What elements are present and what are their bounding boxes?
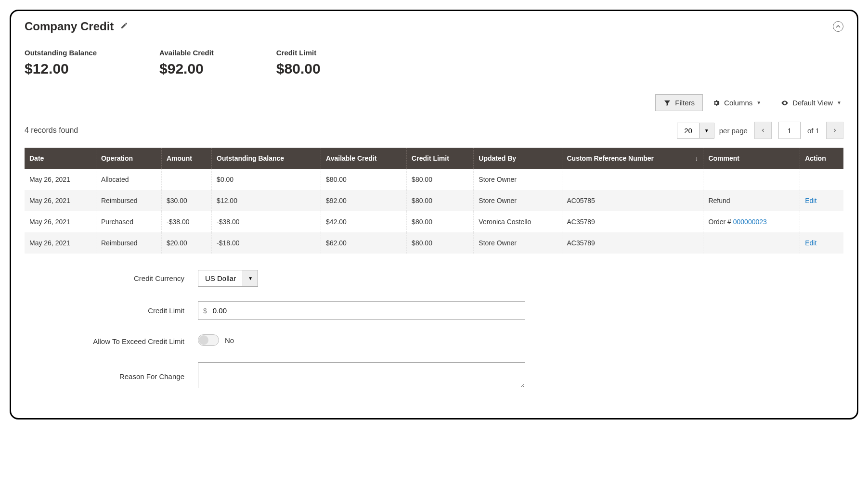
cell-date: May 26, 2021 xyxy=(25,232,96,254)
cell-action-link[interactable]: Edit xyxy=(805,239,816,247)
table-row: May 26, 2021Allocated$0.00$80.00$80.00St… xyxy=(25,169,843,190)
panel-header: Company Credit xyxy=(25,20,843,33)
cell-date: May 26, 2021 xyxy=(25,211,96,232)
table-header-row: Date Operation Amount Outstanding Balanc… xyxy=(25,148,843,169)
collapse-panel-button[interactable] xyxy=(833,21,843,32)
cell-date: May 26, 2021 xyxy=(25,169,96,190)
columns-label: Columns xyxy=(724,99,752,107)
summary-label: Credit Limit xyxy=(276,49,321,57)
form-row-allow-exceed: Allow To Exceed Credit Limit No xyxy=(25,334,843,348)
col-action[interactable]: Action xyxy=(800,148,843,169)
cell-outstanding-balance: $0.00 xyxy=(212,169,321,190)
cell-available-credit: $42.00 xyxy=(321,211,407,232)
cell-comment xyxy=(703,232,800,254)
credit-currency-value: US Dollar xyxy=(198,270,243,286)
allow-exceed-toggle[interactable] xyxy=(198,334,219,346)
grid-toolbar: Filters Columns ▼ Default View ▼ xyxy=(25,94,843,111)
cell-updated-by: Store Owner xyxy=(474,232,562,254)
credit-settings-form: Credit Currency US Dollar ▼ Credit Limit… xyxy=(25,270,843,390)
table-row: May 26, 2021Reimbursed$20.00-$18.00$62.0… xyxy=(25,232,843,254)
credit-currency-select[interactable]: US Dollar ▼ xyxy=(198,270,258,287)
summary-label: Outstanding Balance xyxy=(25,49,97,57)
col-amount[interactable]: Amount xyxy=(161,148,211,169)
cell-available-credit: $92.00 xyxy=(321,190,407,211)
per-page-select[interactable]: 20 ▼ xyxy=(677,123,714,139)
table-row: May 26, 2021Purchased-$38.00-$38.00$42.0… xyxy=(25,211,843,232)
sort-down-icon: ↓ xyxy=(695,154,698,162)
col-operation[interactable]: Operation xyxy=(96,148,161,169)
cell-outstanding-balance: $12.00 xyxy=(212,190,321,211)
filters-label: Filters xyxy=(675,99,695,107)
allow-exceed-value: No xyxy=(225,336,234,344)
cell-custom-reference: AC05785 xyxy=(562,190,703,211)
cell-amount: $20.00 xyxy=(161,232,211,254)
records-bar: 4 records found 20 ▼ per page of 1 xyxy=(25,122,843,139)
cell-amount: -$38.00 xyxy=(161,211,211,232)
company-credit-panel: Company Credit Outstanding Balance $12.0… xyxy=(10,10,858,419)
cell-credit-limit: $80.00 xyxy=(407,211,474,232)
records-found-text: 4 records found xyxy=(25,126,78,135)
cell-custom-reference: AC35789 xyxy=(562,211,703,232)
cell-action xyxy=(800,211,843,232)
cell-amount xyxy=(161,169,211,190)
caret-down-icon: ▼ xyxy=(243,270,258,286)
allow-exceed-toggle-wrap: No xyxy=(198,334,234,346)
cell-action-link[interactable]: Edit xyxy=(805,197,816,204)
default-view-button[interactable]: Default View ▼ xyxy=(779,97,843,109)
summary-row: Outstanding Balance $12.00 Available Cre… xyxy=(25,49,843,77)
filters-button[interactable]: Filters xyxy=(655,94,703,111)
summary-value: $12.00 xyxy=(25,61,97,77)
allow-exceed-label: Allow To Exceed Credit Limit xyxy=(25,337,198,345)
caret-down-icon: ▼ xyxy=(837,100,842,105)
page-input[interactable] xyxy=(778,122,801,139)
col-credit-limit[interactable]: Credit Limit xyxy=(407,148,474,169)
cell-updated-by: Veronica Costello xyxy=(474,211,562,232)
columns-button[interactable]: Columns ▼ xyxy=(711,97,763,109)
col-updated-by[interactable]: Updated By xyxy=(474,148,562,169)
cell-credit-limit: $80.00 xyxy=(407,169,474,190)
credit-limit-label: Credit Limit xyxy=(25,306,198,315)
credit-history-table: Date Operation Amount Outstanding Balanc… xyxy=(25,148,843,254)
cell-comment xyxy=(703,169,800,190)
cell-outstanding-balance: -$18.00 xyxy=(212,232,321,254)
page-of-text: of 1 xyxy=(807,127,819,135)
col-date[interactable]: Date xyxy=(25,148,96,169)
summary-value: $80.00 xyxy=(276,61,321,77)
next-page-button[interactable] xyxy=(826,122,843,139)
cell-available-credit: $80.00 xyxy=(321,169,407,190)
chevron-left-icon xyxy=(760,127,766,133)
cell-action: Edit xyxy=(800,190,843,211)
col-comment[interactable]: Comment xyxy=(703,148,800,169)
cell-credit-limit: $80.00 xyxy=(407,232,474,254)
eye-icon xyxy=(781,99,789,107)
per-page-value: 20 xyxy=(677,123,699,138)
cell-action: Edit xyxy=(800,232,843,254)
credit-limit-input[interactable] xyxy=(211,302,520,319)
cell-amount: $30.00 xyxy=(161,190,211,211)
col-available-credit[interactable]: Available Credit xyxy=(321,148,407,169)
edit-title-button[interactable] xyxy=(120,22,128,31)
cell-date: May 26, 2021 xyxy=(25,190,96,211)
cell-comment: Refund xyxy=(703,190,800,211)
gear-icon xyxy=(713,99,720,107)
per-page-select-wrap: 20 ▼ per page xyxy=(677,123,748,139)
summary-credit-limit: Credit Limit $80.00 xyxy=(276,49,321,77)
cell-custom-reference: AC35789 xyxy=(562,232,703,254)
cell-custom-reference xyxy=(562,169,703,190)
toggle-knob xyxy=(199,335,208,345)
order-link[interactable]: 000000023 xyxy=(733,218,767,226)
page-title: Company Credit xyxy=(25,20,114,33)
col-custom-reference-label: Custom Reference Number xyxy=(567,154,654,162)
reason-textarea[interactable] xyxy=(198,362,525,388)
summary-label: Available Credit xyxy=(159,49,214,57)
currency-prefix: $ xyxy=(203,307,207,315)
col-custom-reference[interactable]: Custom Reference Number ↓ xyxy=(562,148,703,169)
comment-text: Order # xyxy=(708,218,733,226)
col-outstanding-balance[interactable]: Outstanding Balance xyxy=(212,148,321,169)
prev-page-button[interactable] xyxy=(754,122,772,139)
toolbar-divider xyxy=(771,97,771,109)
cell-credit-limit: $80.00 xyxy=(407,190,474,211)
cell-action xyxy=(800,169,843,190)
cell-operation: Reimbursed xyxy=(96,232,161,254)
credit-currency-label: Credit Currency xyxy=(25,274,198,282)
